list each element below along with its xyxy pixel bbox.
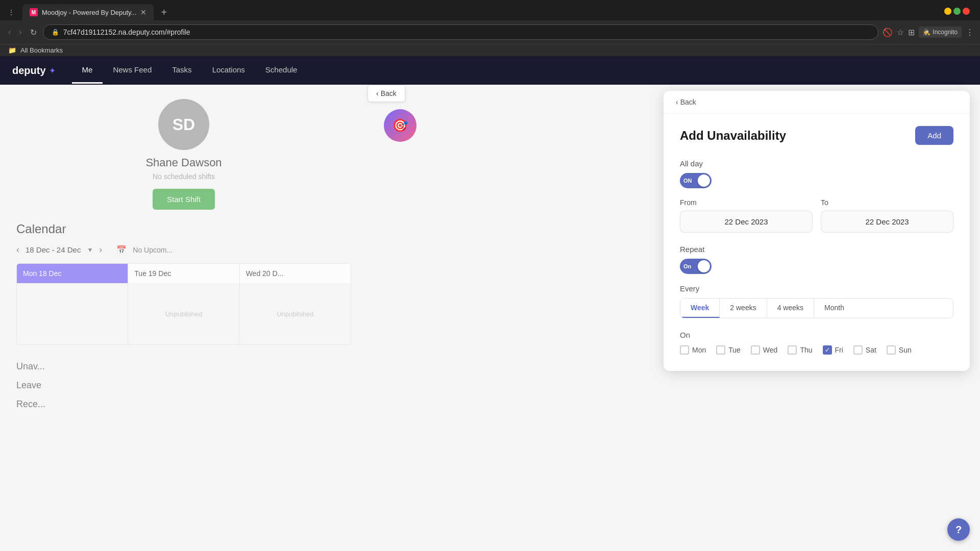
url-text: 7cf47d19112152.na.deputy.com/#profile: [63, 28, 190, 36]
back-nav-button[interactable]: ‹: [6, 26, 13, 39]
bookmarks-label[interactable]: All Bookmarks: [20, 46, 63, 54]
deputy-logo-star: ✦: [49, 66, 56, 76]
sun-label: Sun: [899, 346, 912, 354]
lock-icon: 🔒: [52, 29, 59, 36]
all-day-toggle-label: ON: [683, 178, 692, 184]
thu-label: Thu: [800, 346, 812, 354]
reader-mode-icon[interactable]: ⊞: [908, 28, 915, 37]
minimize-button[interactable]: —: [944, 8, 951, 15]
to-date-input[interactable]: 22 Dec 2023: [821, 211, 953, 233]
org-logo: 🎯: [384, 109, 416, 142]
tue-label: Tue: [728, 346, 741, 354]
back-chevron-icon: ‹: [376, 89, 379, 97]
cal-next-button[interactable]: ›: [99, 244, 102, 255]
panel-title: Add Unavailability: [680, 129, 786, 143]
repeat-toggle-on-label: On: [683, 263, 691, 269]
active-tab[interactable]: M Moodjoy - Powered By Deputy... ✕: [22, 4, 154, 20]
nav-items: Me News Feed Tasks Locations Schedule: [72, 57, 308, 84]
from-date-input[interactable]: 22 Dec 2023: [680, 211, 813, 233]
wed-checkbox[interactable]: [751, 345, 760, 355]
no-images-icon: 🚫: [883, 28, 893, 37]
no-shifts-label: No scheduled shifts: [153, 172, 215, 181]
leave-section-label: Leave: [16, 376, 351, 395]
tab-close-icon[interactable]: ✕: [140, 8, 146, 16]
panel-back-button[interactable]: ‹ Back: [676, 98, 958, 106]
day-check-wed[interactable]: Wed: [751, 345, 778, 355]
day-check-sat[interactable]: Sat: [853, 345, 876, 355]
cal-prev-button[interactable]: ‹: [16, 244, 19, 255]
tue-checkbox[interactable]: [716, 345, 725, 355]
mon-checkbox[interactable]: [680, 345, 689, 355]
day-check-thu[interactable]: Thu: [788, 345, 812, 355]
day-1-content: Unpublished: [165, 310, 202, 318]
incognito-badge: 🕵 Incognito: [919, 27, 962, 38]
repeat-toggle-knob: [698, 260, 710, 272]
deputy-logo-text: deputy: [12, 65, 46, 77]
calendar-title: Calendar: [16, 222, 351, 236]
tab-list-button[interactable]: ⋮: [4, 5, 18, 19]
day-check-fri[interactable]: ✓ Fri: [823, 345, 843, 355]
repeat-label: Repeat: [680, 245, 953, 254]
nav-item-tasks[interactable]: Tasks: [162, 57, 202, 84]
day-check-tue[interactable]: Tue: [716, 345, 741, 355]
day-col-2: Wed 20 D... Unpublished: [240, 264, 351, 344]
every-opt-week[interactable]: Week: [680, 298, 720, 318]
all-day-toggle[interactable]: ON: [680, 173, 712, 188]
add-button[interactable]: Add: [915, 126, 953, 145]
all-day-toggle-knob: [698, 174, 710, 187]
new-tab-button[interactable]: +: [156, 5, 172, 20]
every-opt-4weeks[interactable]: 4 weeks: [767, 298, 814, 318]
avatar: SD: [158, 99, 209, 150]
recent-section-label: Rece...: [16, 395, 351, 414]
fri-label: Fri: [835, 346, 843, 354]
upcoming-label: No Upcom...: [133, 246, 173, 254]
day-check-mon[interactable]: Mon: [680, 345, 706, 355]
day-check-sun[interactable]: Sun: [887, 345, 912, 355]
every-label: Every: [680, 284, 953, 293]
every-opt-2weeks[interactable]: 2 weeks: [720, 298, 767, 318]
forward-nav-button[interactable]: ›: [17, 26, 23, 39]
day-col-1: Tue 19 Dec Unpublished: [128, 264, 239, 344]
wed-label: Wed: [763, 346, 778, 354]
day-1-label: Tue 19 Dec: [134, 269, 171, 278]
sun-checkbox[interactable]: [887, 345, 896, 355]
menu-icon[interactable]: ⋮: [966, 28, 974, 37]
sat-checkbox[interactable]: [853, 345, 863, 355]
unavailability-section-label: Unav...: [16, 357, 351, 376]
nav-item-newsfeed[interactable]: News Feed: [103, 57, 162, 84]
to-label: To: [821, 198, 953, 207]
nav-item-schedule[interactable]: Schedule: [255, 57, 308, 84]
day-0-label: Mon 18 Dec: [23, 269, 61, 278]
bookmarks-folder-icon: 📁: [8, 46, 16, 54]
fri-checkbox[interactable]: ✓: [823, 345, 832, 355]
maximize-button[interactable]: □: [953, 8, 961, 15]
date-range[interactable]: 18 Dec - 24 Dec: [26, 245, 81, 254]
secondary-back-label: Back: [381, 89, 397, 97]
help-button[interactable]: ?: [947, 518, 970, 541]
panel-back-chevron-icon: ‹: [676, 98, 678, 106]
tab-favicon: M: [30, 8, 38, 16]
every-opt-month[interactable]: Month: [814, 298, 854, 318]
on-label: On: [680, 331, 953, 339]
close-button[interactable]: ✕: [963, 8, 970, 15]
from-label: From: [680, 198, 813, 207]
address-bar[interactable]: 🔒 7cf47d19112152.na.deputy.com/#profile: [43, 24, 879, 40]
all-day-label: All day: [680, 159, 953, 168]
reload-button[interactable]: ↻: [28, 26, 39, 39]
thu-checkbox[interactable]: [788, 345, 797, 355]
tab-title: Moodjoy - Powered By Deputy...: [42, 9, 136, 16]
start-shift-button[interactable]: Start Shift: [153, 189, 215, 210]
day-2-content: Unpublished: [277, 310, 313, 318]
nav-item-me[interactable]: Me: [72, 57, 103, 84]
repeat-toggle[interactable]: On: [680, 259, 712, 274]
deputy-logo: deputy ✦: [12, 65, 56, 77]
calendar-icon: 📅: [116, 245, 127, 255]
mon-label: Mon: [692, 346, 706, 354]
nav-item-locations[interactable]: Locations: [202, 57, 255, 84]
star-icon[interactable]: ☆: [897, 28, 904, 37]
secondary-back-button[interactable]: ‹ Back: [368, 85, 405, 102]
user-name: Shane Dawson: [145, 156, 222, 169]
add-unavailability-panel: ‹ Back Add Unavailability Add All day: [664, 91, 970, 371]
date-dropdown-icon: ▼: [87, 246, 93, 254]
day-2-label: Wed 20 D...: [246, 269, 284, 278]
